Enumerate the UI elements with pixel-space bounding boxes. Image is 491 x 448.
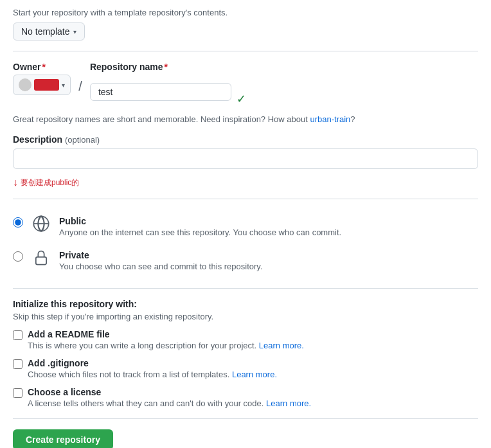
template-button-label: No template: [21, 26, 69, 37]
lock-icon: [31, 247, 51, 268]
slash-separator: /: [78, 62, 82, 96]
svg-point-1: [21, 87, 29, 91]
public-desc: Anyone on the internet can see this repo…: [59, 228, 478, 237]
readme-learn-more-link[interactable]: Learn more.: [259, 341, 304, 350]
owner-caret-icon: ▾: [62, 82, 65, 89]
readme-option: Add a README file This is where you can …: [13, 329, 478, 350]
divider-3: [13, 288, 478, 289]
divider-2: [13, 199, 478, 199]
public-option-text: Public Anyone on the internet can see th…: [59, 216, 478, 237]
visibility-section: Public Anyone on the internet can see th…: [13, 210, 478, 278]
readme-text: Add a README file This is where you can …: [28, 329, 478, 350]
readme-label: Add a README file: [28, 329, 478, 339]
description-label: Description (optional): [13, 134, 478, 145]
license-label: Choose a license: [28, 387, 478, 397]
annotation-text: ↓ 要创建成public的: [13, 177, 478, 188]
owner-label: Owner*: [13, 62, 71, 72]
gitignore-learn-more-link[interactable]: Learn more.: [232, 370, 277, 379]
create-repository-button[interactable]: Create repository: [13, 429, 113, 448]
repo-hint: Great repository names are short and mem…: [13, 114, 478, 124]
owner-select[interactable]: ▾: [13, 75, 71, 95]
gitignore-desc: Choose which files not to track from a l…: [28, 370, 478, 379]
license-learn-more-link[interactable]: Learn more.: [266, 399, 311, 408]
initialize-title: Initialize this repository with:: [13, 299, 478, 309]
annotation-label: 要创建成public的: [21, 177, 79, 188]
svg-rect-5: [36, 257, 46, 265]
template-caret-icon: ▾: [73, 28, 76, 35]
divider-1: [13, 51, 478, 51]
initialize-subtitle: Skip this step if you're importing an ex…: [13, 312, 478, 321]
owner-repo-row: Owner* ▾ / Repository name* ✓: [13, 62, 478, 109]
gitignore-checkbox[interactable]: [13, 359, 22, 369]
template-button[interactable]: No template ▾: [13, 22, 85, 40]
globe-icon: [31, 213, 51, 234]
template-intro: Start your repository with a template re…: [13, 8, 478, 17]
divider-4: [13, 418, 478, 419]
owner-field-group: Owner* ▾: [13, 62, 71, 95]
repo-name-required-star: *: [165, 62, 168, 72]
repo-suggestion-link[interactable]: urban-train: [310, 114, 350, 124]
license-option: Choose a license A license tells others …: [13, 387, 478, 408]
public-radio[interactable]: [13, 217, 23, 228]
private-radio[interactable]: [13, 251, 23, 262]
gitignore-label: Add .gitignore: [28, 358, 478, 368]
visibility-private-option[interactable]: Private You choose who can see and commi…: [13, 244, 478, 278]
repo-name-label: Repository name*: [90, 62, 246, 72]
visibility-public-option[interactable]: Public Anyone on the internet can see th…: [13, 210, 478, 244]
annotation-arrow-icon: ↓: [13, 177, 18, 188]
initialize-section: Initialize this repository with: Skip th…: [13, 299, 478, 408]
readme-desc: This is where you can write a long descr…: [28, 341, 478, 350]
repo-name-checkmark-icon: ✓: [237, 75, 246, 109]
private-title: Private: [59, 250, 478, 260]
repo-name-field-group: Repository name* ✓: [90, 62, 246, 109]
license-text: Choose a license A license tells others …: [28, 387, 478, 408]
private-desc: You choose who can see and commit to thi…: [59, 262, 478, 271]
license-desc: A license tells others what they can and…: [28, 399, 478, 408]
gitignore-text: Add .gitignore Choose which files not to…: [28, 358, 478, 379]
owner-required-star: *: [42, 62, 46, 72]
readme-checkbox[interactable]: [13, 330, 22, 340]
license-checkbox[interactable]: [13, 388, 22, 398]
repo-name-input[interactable]: [90, 83, 231, 101]
gitignore-option: Add .gitignore Choose which files not to…: [13, 358, 478, 379]
private-option-text: Private You choose who can see and commi…: [59, 250, 478, 271]
owner-avatar: [19, 78, 31, 91]
description-input[interactable]: [13, 148, 478, 169]
description-optional: (optional): [65, 135, 100, 145]
template-section: Start your repository with a template re…: [13, 8, 478, 40]
description-section: Description (optional): [13, 134, 478, 169]
owner-name: [34, 79, 59, 91]
public-title: Public: [59, 216, 478, 226]
page-container: Start your repository with a template re…: [0, 0, 491, 448]
svg-point-0: [22, 81, 28, 86]
